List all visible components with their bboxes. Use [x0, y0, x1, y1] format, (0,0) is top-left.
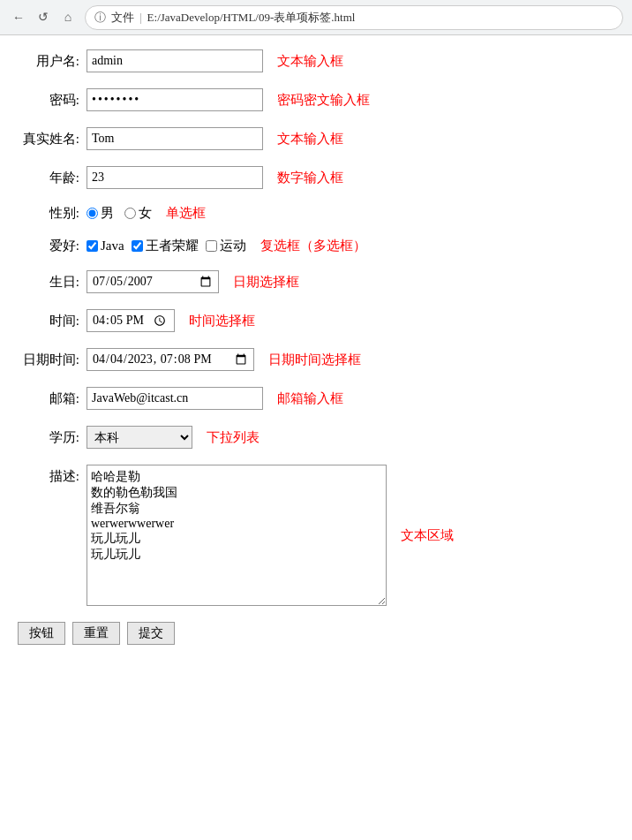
- hobby-java-checkbox[interactable]: [87, 240, 98, 252]
- browser-chrome: ← ↺ ⌂ ⓘ 文件 | E:/JavaDevelop/HTML/09-表单项标…: [0, 0, 632, 35]
- nav-buttons: ← ↺ ⌂: [9, 8, 78, 27]
- realname-annotation: 文本输入框: [277, 131, 343, 148]
- password-input[interactable]: [87, 88, 263, 111]
- age-label: 年龄:: [18, 170, 79, 186]
- gender-row: 性别: 男 女 单选框: [18, 205, 614, 222]
- birthday-label: 生日:: [18, 274, 79, 291]
- time-input[interactable]: [87, 309, 175, 332]
- education-annotation: 下拉列表: [207, 429, 260, 446]
- hobby-wzry-label: 王者荣耀: [146, 238, 199, 254]
- address-bar[interactable]: ⓘ 文件 | E:/JavaDevelop/HTML/09-表单项标签.html: [85, 5, 623, 30]
- age-annotation: 数字输入框: [277, 170, 343, 186]
- birthday-row: 生日: 日期选择框: [18, 270, 614, 293]
- time-row: 时间: 时间选择框: [18, 309, 614, 332]
- address-file-label: 文件: [111, 10, 134, 26]
- hobby-sport-checkbox[interactable]: [206, 240, 217, 252]
- gender-label: 性别:: [18, 205, 79, 222]
- password-label: 密码:: [18, 92, 79, 109]
- username-annotation: 文本输入框: [277, 53, 343, 70]
- refresh-button[interactable]: ↺: [34, 8, 53, 27]
- datetime-annotation: 日期时间选择框: [268, 352, 361, 368]
- datetime-label: 日期时间:: [18, 352, 79, 368]
- hobby-java-item: Java: [87, 238, 124, 254]
- email-annotation: 邮箱输入框: [277, 390, 343, 407]
- age-input[interactable]: [87, 166, 263, 189]
- gender-female-item: 女: [124, 205, 152, 222]
- hobby-sport-item: 运动: [206, 238, 246, 254]
- birthday-annotation: 日期选择框: [233, 274, 299, 291]
- gender-annotation: 单选框: [166, 205, 206, 222]
- page-content: 用户名: 文本输入框 密码: 密码密文输入框 真实姓名: 文本输入框 年龄: 数…: [0, 35, 632, 659]
- btn-button[interactable]: 按钮: [18, 622, 65, 645]
- info-icon: ⓘ: [94, 10, 106, 26]
- btn-submit[interactable]: 提交: [127, 622, 175, 645]
- realname-input[interactable]: [87, 127, 263, 150]
- hobby-java-label: Java: [101, 238, 124, 254]
- btn-reset[interactable]: 重置: [72, 622, 120, 645]
- back-button[interactable]: ←: [9, 8, 28, 27]
- realname-label: 真实姓名:: [18, 131, 79, 148]
- email-label: 邮箱:: [18, 390, 79, 407]
- description-label: 描述:: [18, 465, 79, 485]
- time-label: 时间:: [18, 313, 79, 329]
- education-row: 学历: 本科 专科 研究生 高中 下拉列表: [18, 426, 614, 449]
- age-row: 年龄: 数字输入框: [18, 166, 614, 189]
- email-input[interactable]: [87, 387, 263, 410]
- gender-female-label: 女: [139, 205, 152, 222]
- username-input[interactable]: [87, 49, 263, 72]
- address-path: E:/JavaDevelop/HTML/09-表单项标签.html: [147, 10, 356, 26]
- datetime-row: 日期时间: 日期时间选择框: [18, 348, 614, 371]
- password-annotation: 密码密文输入框: [277, 92, 370, 109]
- education-label: 学历:: [18, 429, 79, 446]
- hobby-sport-label: 运动: [220, 238, 246, 254]
- datetime-input[interactable]: [87, 348, 254, 371]
- gender-female-radio[interactable]: [124, 208, 136, 219]
- hobby-wzry-item: 王者荣耀: [132, 238, 199, 254]
- home-button[interactable]: ⌂: [58, 8, 78, 27]
- gender-radio-group: 男 女: [87, 205, 152, 222]
- description-row: 描述: 哈哈是勒 数的勒色勒我国 维吾尔翁 werwerwwerwer 玩儿玩儿…: [18, 465, 614, 606]
- gender-male-item: 男: [87, 205, 114, 222]
- username-label: 用户名:: [18, 53, 79, 70]
- hobby-checkbox-group: Java 王者荣耀 运动: [87, 238, 246, 254]
- hobby-label: 爱好:: [18, 238, 79, 254]
- password-row: 密码: 密码密文输入框: [18, 88, 614, 111]
- realname-row: 真实姓名: 文本输入框: [18, 127, 614, 150]
- hobby-row: 爱好: Java 王者荣耀 运动 复选框（多选框）: [18, 238, 614, 254]
- time-annotation: 时间选择框: [189, 313, 255, 329]
- hobby-wzry-checkbox[interactable]: [132, 240, 143, 252]
- username-row: 用户名: 文本输入框: [18, 49, 614, 72]
- description-annotation: 文本区域: [401, 527, 454, 544]
- address-separator: |: [139, 11, 142, 25]
- description-textarea[interactable]: 哈哈是勒 数的勒色勒我国 维吾尔翁 werwerwwerwer 玩儿玩儿 玩儿玩…: [87, 465, 387, 606]
- hobby-annotation: 复选框（多选框）: [260, 238, 366, 254]
- button-row: 按钮 重置 提交: [18, 622, 614, 645]
- birthday-input[interactable]: [87, 270, 219, 293]
- education-select[interactable]: 本科 专科 研究生 高中: [87, 426, 192, 449]
- gender-male-radio[interactable]: [87, 208, 98, 219]
- gender-male-label: 男: [101, 205, 114, 222]
- email-row: 邮箱: 邮箱输入框: [18, 387, 614, 410]
